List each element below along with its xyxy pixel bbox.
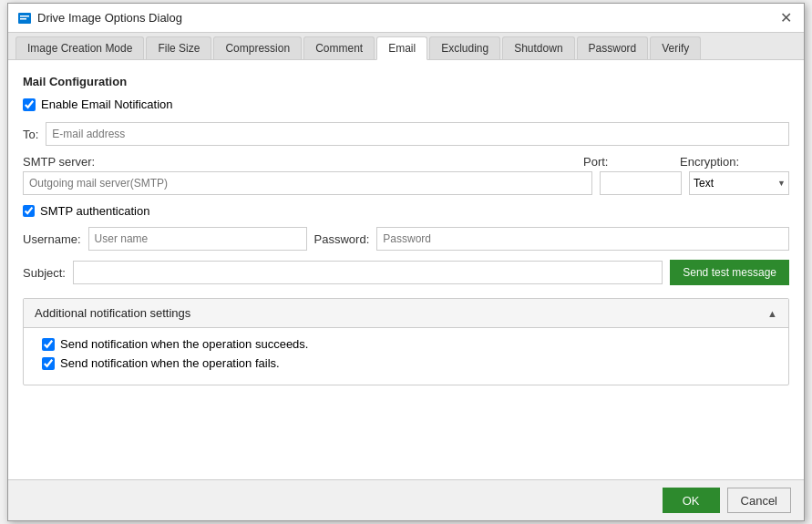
drive-image-options-dialog: Drive Image Options Dialog ✕ Image Creat… [7,3,805,521]
svg-rect-2 [20,18,26,20]
tab-email[interactable]: Email [376,36,427,60]
port-label: Port: [583,155,665,169]
encryption-select[interactable]: Text SSL TLS [689,171,789,195]
subject-input[interactable]: MiniTool ShadowMaker from DESKTOP-OFL10I… [73,261,663,284]
additional-body: Send notification when the operation suc… [24,328,788,385]
user-pass-row: Username: Password: [23,227,789,251]
encryption-label: Encryption: [680,155,789,169]
ok-button[interactable]: OK [663,488,720,513]
notify-success-label: Send notification when the operation suc… [60,337,308,351]
subject-label: Subject: [23,266,66,280]
enable-email-checkbox[interactable] [23,98,36,111]
smtp-auth-row: SMTP authentication [23,204,789,218]
subject-row: Subject: MiniTool ShadowMaker from DESKT… [23,260,789,285]
svg-rect-1 [20,15,29,17]
smtp-row: 25 Text SSL TLS [23,171,789,195]
close-button[interactable]: ✕ [776,9,795,27]
tab-file-size[interactable]: File Size [146,36,211,59]
password-label: Password: [314,232,370,246]
dialog-title: Drive Image Options Dialog [37,11,182,25]
tab-compression[interactable]: Compression [213,36,302,59]
tab-bar: Image Creation Mode File Size Compressio… [8,33,804,60]
encryption-group: Text SSL TLS [689,171,789,195]
tab-image-creation-mode[interactable]: Image Creation Mode [15,36,144,59]
password-input[interactable] [376,227,789,251]
additional-header[interactable]: Additional notification settings ▲ [24,299,788,328]
dialog-content: Mail Configuration Enable Email Notifica… [8,60,804,479]
notify-fail-row: Send notification when the operation fai… [42,356,770,370]
tab-comment[interactable]: Comment [303,36,375,59]
notify-fail-checkbox[interactable] [42,357,55,370]
title-bar: Drive Image Options Dialog ✕ [8,4,804,33]
send-test-button[interactable]: Send test message [670,260,789,285]
to-input[interactable] [46,122,789,146]
tab-excluding[interactable]: Excluding [429,36,500,59]
notify-fail-label: Send notification when the operation fai… [60,356,280,370]
smtp-auth-checkbox[interactable] [23,205,35,217]
to-label: To: [23,128,38,141]
to-field-row: To: [23,122,789,146]
cancel-button[interactable]: Cancel [727,488,791,513]
mail-config-title: Mail Configuration [23,75,789,88]
port-input[interactable]: 25 [600,171,682,195]
smtp-server-input[interactable] [23,171,592,195]
enable-email-row: Enable Email Notification [23,98,789,111]
smtp-server-label: SMTP server: [23,155,96,169]
smtp-auth-label: SMTP authentication [40,204,149,218]
username-input[interactable] [88,227,307,251]
enable-email-label: Enable Email Notification [41,98,173,111]
additional-section-title: Additional notification settings [35,306,190,320]
port-group: 25 [600,171,682,195]
notify-success-row: Send notification when the operation suc… [42,337,770,351]
encryption-select-wrapper: Text SSL TLS [689,171,789,195]
title-bar-left: Drive Image Options Dialog [17,11,182,26]
notify-success-checkbox[interactable] [42,338,55,351]
tab-shutdown[interactable]: Shutdown [502,36,574,59]
chevron-up-icon: ▲ [767,308,777,319]
dialog-icon [17,11,32,26]
additional-section: Additional notification settings ▲ Send … [23,298,789,385]
tab-verify[interactable]: Verify [650,36,701,59]
username-label: Username: [23,232,81,246]
tab-password[interactable]: Password [577,36,649,59]
dialog-footer: OK Cancel [8,479,804,520]
